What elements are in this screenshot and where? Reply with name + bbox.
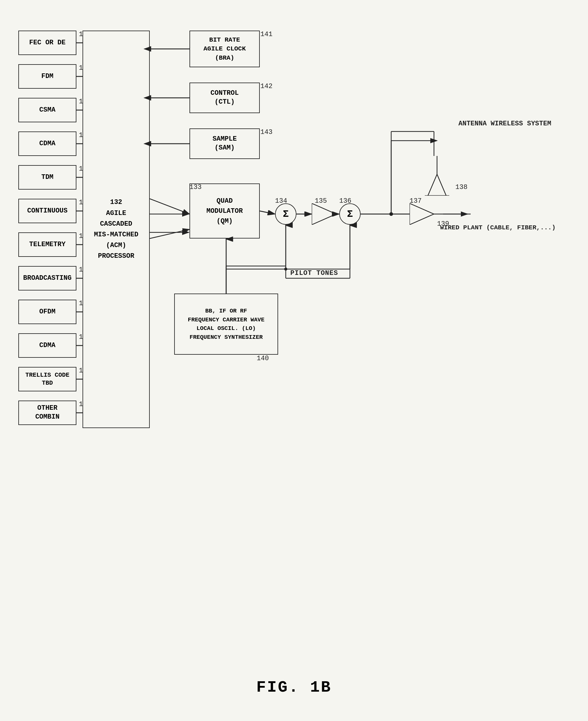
ref-ctl: 142	[260, 83, 273, 90]
sam-label: SAMPLE (SAM)	[212, 135, 236, 152]
box-lo: BB, IF OR RF FREQUENCY CARRIER WAVE LOCA…	[174, 293, 278, 355]
antenna-symbol	[422, 156, 452, 197]
cdma1-label: CDMA	[39, 140, 56, 148]
ref-antenna: 138	[455, 183, 467, 191]
svg-marker-37	[410, 203, 434, 225]
trellis-label: TRELLIS CODE TBD	[25, 371, 69, 387]
cdma2-label: CDMA	[39, 341, 56, 350]
box-trellis: TRELLIS CODE TBD	[18, 367, 77, 391]
antenna-svg	[422, 156, 452, 196]
antenna-label: ANTENNA WIRELESS SYSTEM	[458, 119, 551, 129]
bra-label: BIT RATE AGILE CLOCK (BRA)	[204, 36, 246, 62]
box-other: OTHER COMBIN	[18, 400, 77, 425]
ref-amp2: 137	[410, 197, 422, 205]
box-bra: BIT RATE AGILE CLOCK (BRA)	[189, 30, 260, 67]
fec-label: FEC OR DE	[29, 39, 66, 47]
box-csma: CSMA	[18, 98, 77, 122]
ref-qm: 133	[189, 183, 202, 191]
box-continuous: CONTINUOUS	[18, 199, 77, 223]
amp1-svg	[312, 203, 336, 225]
amplifier-1	[312, 203, 336, 226]
box-acm-processor: 132 AGILE CASCADED MIS-MATCHED (ACM) PRO…	[83, 30, 150, 428]
other-label: OTHER COMBIN	[35, 404, 59, 421]
svg-line-15	[150, 199, 189, 214]
svg-marker-39	[428, 174, 446, 196]
ref-sam: 143	[260, 128, 273, 136]
tdm-label: TDM	[41, 173, 54, 182]
svg-line-17	[260, 211, 275, 214]
ref-bra: 141	[260, 30, 273, 38]
amp2-svg	[410, 203, 434, 225]
box-telemetry: TELEMETRY	[18, 232, 77, 257]
box-ofdm: OFDM	[18, 300, 77, 324]
box-cdma2: CDMA	[18, 333, 77, 358]
box-qm: QUAD MODULATOR (QM)	[189, 183, 260, 239]
wired-plant-label: WIRED PLANT (CABLE, FIBER,...)	[440, 223, 555, 232]
svg-point-74	[284, 268, 287, 271]
svg-line-16	[150, 229, 189, 239]
figure-label: FIG. 1B	[256, 679, 332, 697]
telem-label: TELEMETRY	[29, 240, 66, 249]
box-fdm: FDM	[18, 64, 77, 89]
ref-sum1: 134	[275, 197, 287, 205]
box-tdm: TDM	[18, 165, 77, 190]
qm-label: QUAD MODULATOR (QM)	[207, 196, 243, 226]
svg-point-65	[390, 212, 393, 216]
fdm-label: FDM	[41, 72, 54, 81]
pilot-tones-label: PILOT TONES	[290, 269, 338, 278]
summing-junction-1: Σ	[275, 203, 296, 225]
ofdm-label: OFDM	[39, 308, 56, 316]
box-broadcasting: BROADCASTING	[18, 266, 77, 290]
ref-lo: 140	[257, 355, 269, 362]
box-sam: SAMPLE (SAM)	[189, 128, 260, 159]
ref-sum2: 136	[339, 197, 352, 205]
ctl-label: CONTROL (CTL)	[211, 89, 239, 106]
acm-label: 132 AGILE CASCADED MIS-MATCHED (ACM) PRO…	[94, 197, 138, 262]
amplifier-2	[410, 203, 434, 226]
box-ctl: CONTROL (CTL)	[189, 83, 260, 113]
sum2-symbol: Σ	[347, 208, 353, 220]
lo-label: BB, IF OR RF FREQUENCY CARRIER WAVE LOCA…	[188, 307, 265, 342]
box-fec: FEC OR DE	[18, 30, 77, 55]
box-cdma1: CDMA	[18, 131, 77, 156]
csma-label: CSMA	[39, 106, 56, 115]
diagram-container: FEC OR DE 120 FDM 121 CSMA 122 CDMA 123 …	[0, 0, 588, 721]
broad-label: BROADCASTING	[23, 274, 71, 283]
svg-line-61	[260, 211, 274, 214]
summing-junction-2: Σ	[339, 203, 361, 225]
cont-label: CONTINUOUS	[27, 207, 67, 215]
ref-wired: 139	[437, 220, 449, 228]
svg-marker-36	[312, 203, 336, 225]
sum1-symbol: Σ	[283, 208, 289, 220]
ref-amp1: 135	[315, 197, 327, 205]
